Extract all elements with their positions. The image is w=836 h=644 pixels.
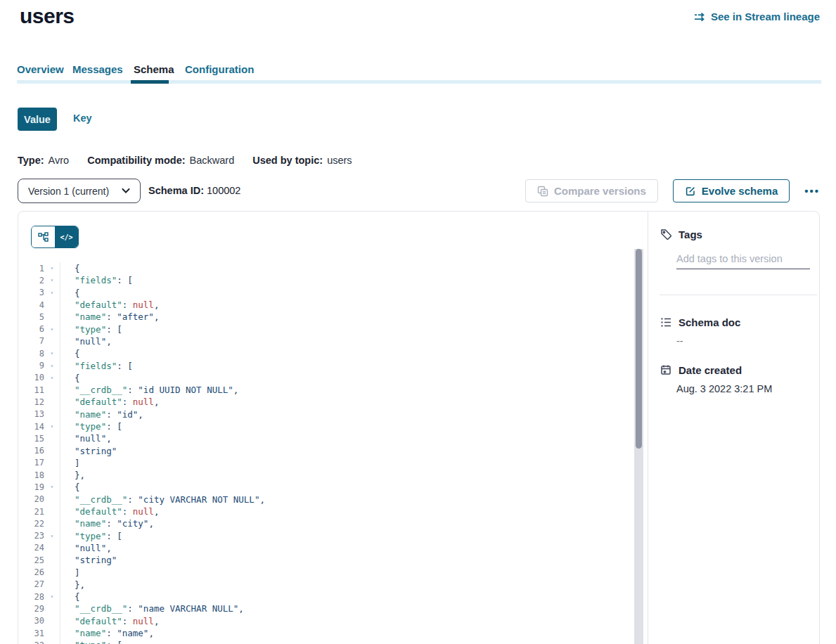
tab-overview[interactable]: Overview bbox=[17, 63, 64, 75]
type-value: Avro bbox=[49, 155, 70, 166]
code-text: "default": null, bbox=[60, 505, 634, 517]
more-options-button[interactable]: ••• bbox=[804, 185, 820, 197]
code-line: 24 "null", bbox=[18, 542, 634, 554]
line-number: 16 bbox=[18, 446, 44, 456]
fold-arrow-icon[interactable]: ▾ bbox=[44, 265, 60, 271]
line-number: 20 bbox=[18, 494, 44, 504]
code-line: 29 "__crdb__": "name VARCHAR NULL", bbox=[18, 603, 634, 614]
code-line: 20 "__crdb__": "city VARCHAR NOT NULL", bbox=[18, 494, 634, 505]
code-line: 22 "name": "city", bbox=[18, 517, 634, 529]
code-text: "fields": [ bbox=[60, 274, 634, 286]
version-select-value: Version 1 (current) bbox=[28, 186, 109, 197]
fold-arrow-icon[interactable]: ▾ bbox=[44, 350, 60, 356]
tree-view-icon[interactable] bbox=[32, 226, 55, 247]
tab-configuration[interactable]: Configuration bbox=[185, 63, 254, 75]
schema-doc-title: Schema doc bbox=[679, 316, 740, 328]
code-line: 2▾ "fields": [ bbox=[18, 274, 634, 286]
schema-panel: </> 1▾{2▾ "fields": [3▾ {4 "default": nu… bbox=[18, 211, 820, 644]
tags-section-header: Tags bbox=[660, 228, 702, 240]
schema-sidebar: Tags Schema doc -- Date created bbox=[648, 212, 820, 644]
code-text: "null", bbox=[60, 542, 634, 554]
code-text: }, bbox=[60, 469, 634, 481]
code-line: 16 "string" bbox=[18, 444, 634, 456]
stream-lineage-label: See in Stream lineage bbox=[711, 11, 820, 22]
fold-arrow-icon[interactable]: ▾ bbox=[44, 533, 60, 539]
evolve-schema-button[interactable]: Evolve schema bbox=[673, 179, 790, 202]
key-toggle-button[interactable]: Key bbox=[73, 112, 92, 124]
calendar-plus-icon bbox=[660, 364, 672, 376]
chevron-down-icon bbox=[122, 188, 130, 193]
line-number: 2 bbox=[18, 276, 44, 285]
compare-versions-button[interactable]: Compare versions bbox=[525, 179, 658, 202]
code-text: "name": "name", bbox=[60, 627, 634, 639]
code-text: { bbox=[60, 347, 634, 359]
line-number: 30 bbox=[18, 616, 44, 626]
line-number: 27 bbox=[18, 579, 44, 589]
see-in-stream-lineage-link[interactable]: See in Stream lineage bbox=[694, 11, 820, 22]
schema-id: Schema ID: 100002 bbox=[148, 185, 240, 196]
stream-lineage-icon bbox=[694, 12, 706, 22]
line-number: 8 bbox=[18, 349, 44, 359]
tab-messages[interactable]: Messages bbox=[72, 63, 123, 75]
line-number: 14 bbox=[18, 422, 44, 432]
version-select[interactable]: Version 1 (current) bbox=[18, 179, 141, 203]
fold-arrow-icon[interactable]: ▾ bbox=[44, 423, 60, 430]
schema-code-editor: </> 1▾{2▾ "fields": [3▾ {4 "default": nu… bbox=[18, 212, 648, 644]
compare-versions-label: Compare versions bbox=[554, 185, 646, 197]
code-text: ] bbox=[60, 566, 634, 578]
code-text: ] bbox=[60, 457, 634, 469]
line-number: 18 bbox=[18, 470, 44, 480]
code-text: { bbox=[60, 262, 634, 274]
fold-arrow-icon[interactable]: ▾ bbox=[44, 363, 60, 369]
code-text: "default": null, bbox=[60, 299, 634, 311]
line-number: 7 bbox=[18, 336, 44, 346]
code-text: }, bbox=[60, 579, 634, 591]
line-number: 5 bbox=[18, 312, 44, 322]
code-text: "__crdb__": "name VARCHAR NULL", bbox=[60, 603, 634, 614]
code-line: 6▾ "type": [ bbox=[18, 323, 634, 335]
fold-arrow-icon[interactable]: ▾ bbox=[44, 375, 60, 381]
code-line: 21 "default": null, bbox=[18, 505, 634, 517]
line-number: 24 bbox=[18, 543, 44, 553]
compatibility-value: Backward bbox=[190, 155, 235, 166]
code-text: "name": "after", bbox=[60, 311, 634, 323]
line-number: 22 bbox=[18, 519, 44, 529]
value-toggle-button[interactable]: Value bbox=[18, 108, 57, 131]
compatibility-label: Compatibility mode: bbox=[87, 155, 185, 166]
code-lines: 1▾{2▾ "fields": [3▾ {4 "default": null,5… bbox=[18, 262, 634, 644]
editor-scrollbar-track[interactable] bbox=[634, 249, 643, 644]
line-number: 3 bbox=[18, 288, 44, 297]
fold-arrow-icon[interactable]: ▾ bbox=[44, 326, 60, 333]
line-number: 12 bbox=[18, 397, 44, 407]
tags-input[interactable] bbox=[676, 248, 810, 269]
code-text: { bbox=[60, 287, 634, 299]
code-line: 14▾ "type": [ bbox=[18, 420, 634, 432]
tag-icon bbox=[660, 228, 672, 240]
code-text: "name": "city", bbox=[60, 517, 634, 529]
code-line: 8▾ { bbox=[18, 347, 634, 359]
compare-versions-icon bbox=[537, 186, 548, 197]
line-number: 25 bbox=[18, 555, 44, 565]
code-view-icon[interactable]: </> bbox=[55, 226, 78, 247]
schema-doc-value: -- bbox=[676, 335, 683, 347]
editor-scrollbar-thumb[interactable] bbox=[636, 249, 642, 449]
code-line: 12 "default": null, bbox=[18, 396, 634, 408]
used-by-topic-link[interactable]: users bbox=[327, 155, 352, 166]
code-line: 31 "name": "name", bbox=[18, 627, 634, 639]
code-line: 13 "name": "id", bbox=[18, 408, 634, 420]
line-number: 32 bbox=[18, 640, 44, 644]
evolve-schema-label: Evolve schema bbox=[702, 185, 778, 197]
fold-arrow-icon[interactable]: ▾ bbox=[44, 277, 60, 283]
schema-doc-section-header: Schema doc bbox=[660, 316, 740, 328]
schema-meta-row: Type: Avro Compatibility mode: Backward … bbox=[18, 155, 371, 166]
line-number: 13 bbox=[18, 409, 44, 419]
doc-list-icon bbox=[660, 316, 672, 328]
fold-arrow-icon[interactable]: ▾ bbox=[44, 593, 60, 600]
code-text: "string" bbox=[60, 554, 634, 566]
edit-icon bbox=[685, 186, 696, 197]
tab-schema[interactable]: Schema bbox=[134, 63, 174, 75]
code-text: "null", bbox=[60, 335, 634, 347]
line-number: 23 bbox=[18, 531, 44, 541]
fold-arrow-icon[interactable]: ▾ bbox=[44, 484, 60, 490]
fold-arrow-icon[interactable]: ▾ bbox=[44, 290, 60, 296]
